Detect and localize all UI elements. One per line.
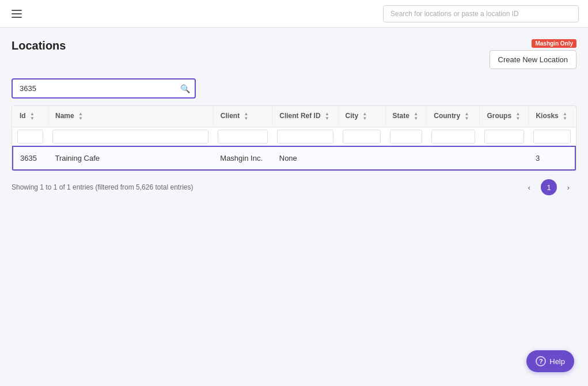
sort-icon-groups: ▲▼ <box>515 112 520 121</box>
location-search-bar: 🔍 <box>12 78 196 99</box>
col-header-country[interactable]: Country ▲▼ <box>427 106 480 127</box>
filter-name[interactable] <box>52 130 208 143</box>
cell-client: Mashgin Inc. <box>213 146 272 170</box>
filter-groups[interactable] <box>484 130 524 143</box>
filter-kiosks[interactable] <box>533 130 571 143</box>
sort-icon-kiosks: ▲▼ <box>563 112 567 121</box>
table-header-row: Id ▲▼ Name ▲▼ Client ▲▼ Client Ref ID ▲▼… <box>13 106 575 127</box>
cell-id: 3635 <box>13 146 48 170</box>
entries-info: Showing 1 to 1 of 1 entries (filtered fr… <box>12 183 194 191</box>
sort-icon-client-ref: ▲▼ <box>325 112 329 121</box>
next-page-button[interactable]: › <box>560 179 576 195</box>
filter-client[interactable] <box>218 130 267 143</box>
page-1-button[interactable]: 1 <box>541 179 557 195</box>
sort-icon-client: ▲▼ <box>244 112 248 121</box>
page-title: Locations <box>12 39 66 52</box>
col-header-name[interactable]: Name ▲▼ <box>48 106 213 127</box>
table-row[interactable]: 3635 Training Cafe Mashgin Inc. None 3 <box>13 146 575 170</box>
top-search-input[interactable] <box>383 5 579 22</box>
header-right: Mashgin Only Create New Location <box>490 39 576 69</box>
filter-country[interactable] <box>431 130 475 143</box>
filter-state[interactable] <box>390 130 422 143</box>
sort-icon-city: ▲▼ <box>363 112 367 121</box>
col-header-groups[interactable]: Groups ▲▼ <box>480 106 529 127</box>
sort-icon-name: ▲▼ <box>78 112 83 121</box>
location-search-input[interactable] <box>17 80 180 97</box>
page-header: Locations Mashgin Only Create New Locati… <box>12 39 576 69</box>
locations-table: Id ▲▼ Name ▲▼ Client ▲▼ Client Ref ID ▲▼… <box>12 105 576 171</box>
main-content: Locations Mashgin Only Create New Locati… <box>0 28 588 207</box>
sort-icon-state: ▲▼ <box>414 112 418 121</box>
help-button[interactable]: ? Help <box>526 350 574 372</box>
col-header-city[interactable]: City ▲▼ <box>338 106 385 127</box>
table-footer: Showing 1 to 1 of 1 entries (filtered fr… <box>12 179 576 195</box>
search-icon[interactable]: 🔍 <box>180 84 190 93</box>
cell-client-ref: None <box>272 146 338 170</box>
cell-name: Training Cafe <box>48 146 213 170</box>
filter-city[interactable] <box>343 130 381 143</box>
cell-groups <box>480 146 529 170</box>
create-new-location-button[interactable]: Create New Location <box>490 50 576 69</box>
sort-icon-id: ▲▼ <box>30 112 35 121</box>
help-label: Help <box>549 357 565 366</box>
filter-id[interactable] <box>17 130 43 143</box>
top-search-wrapper <box>383 5 579 22</box>
col-header-id[interactable]: Id ▲▼ <box>13 106 48 127</box>
col-header-client-ref[interactable]: Client Ref ID ▲▼ <box>272 106 338 127</box>
menu-icon[interactable] <box>9 7 24 20</box>
cell-country <box>427 146 480 170</box>
prev-page-button[interactable]: ‹ <box>521 179 537 195</box>
filter-client-ref[interactable] <box>277 130 333 143</box>
cell-city <box>338 146 385 170</box>
top-nav <box>0 0 588 28</box>
mashgin-only-badge: Mashgin Only <box>532 39 576 48</box>
col-header-client[interactable]: Client ▲▼ <box>213 106 272 127</box>
sort-icon-country: ▲▼ <box>465 112 469 121</box>
table-filter-row <box>13 127 575 147</box>
col-header-kiosks[interactable]: Kiosks ▲▼ <box>529 106 575 127</box>
help-icon: ? <box>536 356 546 366</box>
cell-state <box>385 146 427 170</box>
pagination: ‹ 1 › <box>521 179 576 195</box>
cell-kiosks: 3 <box>529 146 575 170</box>
col-header-state[interactable]: State ▲▼ <box>385 106 427 127</box>
